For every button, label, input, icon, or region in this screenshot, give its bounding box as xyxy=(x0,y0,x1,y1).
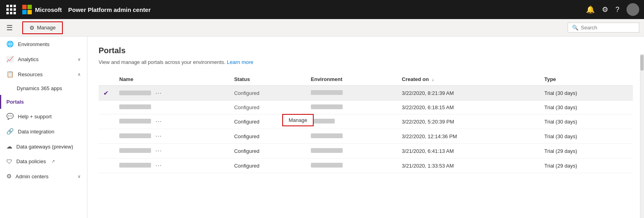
table-row[interactable]: ✔ ··· Configured 3/22/2020, 8:21: xyxy=(99,86,633,101)
table-row[interactable]: ··· Configured 3/21/2020, 6:41:13 AM Tri… xyxy=(99,144,633,158)
row-created: 3/22/2020, 6:18:15 AM xyxy=(397,101,539,114)
page-title: Portals xyxy=(99,46,633,55)
row-name: ··· xyxy=(114,86,229,101)
row-created: 3/21/2020, 6:41:13 AM xyxy=(397,144,539,158)
waffle-menu[interactable] xyxy=(5,3,17,16)
table-row[interactable]: ··· Configured 3/21/2020, 1:33:53 AM Tri… xyxy=(99,158,633,173)
search-input[interactable] xyxy=(581,25,632,31)
sidebar-item-data-gateways[interactable]: ☁ Data gateways (preview) xyxy=(0,139,87,154)
admin-centers-chevron: ∨ xyxy=(78,174,81,179)
data-integration-icon: 🔗 xyxy=(6,128,14,135)
data-policies-icon: 🛡 xyxy=(6,158,12,165)
blurred-env xyxy=(311,133,343,138)
notification-icon[interactable]: 🔔 xyxy=(586,5,595,14)
row-check xyxy=(99,144,114,158)
row-environment xyxy=(306,114,397,129)
row-created: 3/21/2020, 1:33:53 AM xyxy=(397,158,539,173)
blurred-env xyxy=(311,90,343,95)
row-name: ··· xyxy=(114,158,229,173)
main-content: Portals View and manage all portals acro… xyxy=(87,37,644,218)
row-dots-menu[interactable]: ··· xyxy=(155,90,162,96)
row-type: Trial (30 days) xyxy=(539,114,633,129)
sidebar-item-portals[interactable]: Portals xyxy=(0,95,87,109)
sidebar-item-data-policies[interactable]: 🛡 Data policies ↗ xyxy=(0,154,87,169)
row-status: Configured xyxy=(229,129,306,144)
resources-chevron: ∧ xyxy=(78,72,81,77)
ms-logo-grid xyxy=(22,5,32,14)
sort-arrow: ↓ xyxy=(432,77,434,82)
blurred-env xyxy=(311,119,335,123)
scrollbar-thumb[interactable] xyxy=(640,55,644,71)
row-status: Configured xyxy=(229,144,306,158)
app-title: Power Platform admin center xyxy=(68,6,151,13)
row-status: Configured xyxy=(229,101,306,114)
analytics-icon: 📈 xyxy=(6,56,14,63)
sidebar: 🌐 Environments 📈 Analytics ∨ 📋 Resources… xyxy=(0,37,87,218)
row-environment xyxy=(306,129,397,144)
row-name xyxy=(114,101,229,114)
learn-more-link[interactable]: Learn more xyxy=(227,59,253,65)
help-label: Help + support xyxy=(18,114,52,120)
col-name: Name xyxy=(114,73,229,86)
blurred-name xyxy=(119,133,151,138)
manage-popup[interactable]: Manage xyxy=(282,114,314,126)
sidebar-item-admin-centers[interactable]: ⚙ Admin centers ∨ xyxy=(0,169,87,184)
environments-icon: 🌐 xyxy=(6,41,14,48)
sidebar-item-resources[interactable]: 📋 Resources ∧ xyxy=(0,67,87,82)
row-type: Trial (29 days) xyxy=(539,158,633,173)
row-name: ··· xyxy=(114,129,229,144)
manage-button-label: Manage xyxy=(37,25,56,31)
main-layout: 🌐 Environments 📈 Analytics ∨ 📋 Resources… xyxy=(0,37,644,218)
sidebar-item-data-integration[interactable]: 🔗 Data integration xyxy=(0,124,87,139)
col-environment: Environment xyxy=(306,73,397,86)
manage-popup-label: Manage xyxy=(289,117,307,123)
col-status: Status xyxy=(229,73,306,86)
col-created: Created on ↓ xyxy=(397,73,539,86)
row-type: Trial (30 days) xyxy=(539,129,633,144)
table-row[interactable]: ··· Configured 3/22/2020, 12:14:36 PM Tr… xyxy=(99,129,633,144)
table-row[interactable]: ··· Configured 3/22/2020, 5:20:39 PM Tri… xyxy=(99,114,633,129)
help-icon[interactable]: ? xyxy=(615,6,619,14)
sidebar-item-environments[interactable]: 🌐 Environments xyxy=(0,37,87,52)
data-gateways-icon: ☁ xyxy=(6,143,12,150)
col-type: Type xyxy=(539,73,633,86)
blurred-name xyxy=(119,119,151,123)
row-dots-menu[interactable]: ··· xyxy=(155,147,162,154)
microsoft-logo: Microsoft xyxy=(22,5,62,14)
row-status: Configured xyxy=(229,158,306,173)
row-dots-menu[interactable]: ··· xyxy=(155,118,162,125)
user-avatar[interactable] xyxy=(627,3,639,16)
row-dots-menu[interactable]: ··· xyxy=(155,133,162,139)
settings-icon[interactable]: ⚙ xyxy=(602,5,608,14)
blurred-name xyxy=(119,163,151,168)
blurred-env xyxy=(311,148,343,153)
hamburger-button[interactable]: ☰ xyxy=(0,19,19,37)
checked-icon: ✔ xyxy=(103,90,109,96)
table-header-row: Name Status Environment Created on ↓ Typ… xyxy=(99,73,633,86)
row-check xyxy=(99,114,114,129)
manage-button-top[interactable]: ⚙ Manage xyxy=(22,21,63,34)
table-row[interactable]: Configured 3/22/2020, 6:18:15 AM Trial (… xyxy=(99,101,633,114)
row-name: ··· xyxy=(114,144,229,158)
microsoft-label: Microsoft xyxy=(35,6,62,13)
top-nav-icons: 🔔 ⚙ ? xyxy=(586,3,639,16)
sidebar-item-analytics[interactable]: 📈 Analytics ∨ xyxy=(0,52,87,67)
sidebar-item-help[interactable]: 💬 Help + support xyxy=(0,109,87,124)
portals-label: Portals xyxy=(6,99,24,105)
row-dots-menu[interactable]: ··· xyxy=(155,162,162,169)
resources-icon: 📋 xyxy=(6,71,14,78)
analytics-label: Analytics xyxy=(18,56,39,62)
row-check xyxy=(99,101,114,114)
secondary-navigation: ☰ ⚙ Manage 🔍 xyxy=(0,19,644,37)
row-check xyxy=(99,158,114,173)
blurred-name xyxy=(119,91,151,95)
data-gateways-label: Data gateways (preview) xyxy=(16,144,73,150)
subtitle: View and manage all portals across your … xyxy=(99,59,633,65)
row-environment xyxy=(306,158,397,173)
analytics-chevron: ∨ xyxy=(78,57,81,62)
scrollbar-track[interactable] xyxy=(640,54,644,218)
row-check: ✔ xyxy=(99,86,114,101)
search-container[interactable]: 🔍 xyxy=(568,23,639,33)
blurred-name xyxy=(119,104,151,109)
sidebar-item-dynamics365[interactable]: Dynamics 365 apps xyxy=(0,82,87,95)
